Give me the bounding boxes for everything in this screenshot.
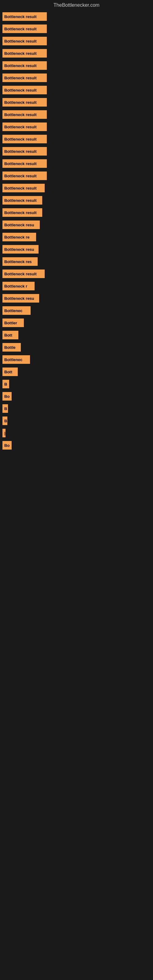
bar-row: B <box>2 417 151 425</box>
bar-row: Bottleneck result <box>2 159 151 168</box>
bar-label: Bottle <box>4 345 16 350</box>
bottleneck-bar[interactable]: Bottleneck result <box>2 159 47 168</box>
bottleneck-bar[interactable]: | <box>2 429 5 438</box>
bottleneck-bar[interactable]: Bott <box>2 368 18 376</box>
bar-label: Bottleneck result <box>4 51 37 56</box>
bar-label: Bottler <box>4 321 17 325</box>
bar-label: Bott <box>4 333 12 337</box>
bottleneck-bar[interactable]: Bottleneck result <box>2 98 47 107</box>
bar-row: Bottleneck re <box>2 233 151 241</box>
bar-row: Bott <box>2 331 151 339</box>
bar-row: Bottleneck res <box>2 257 151 266</box>
bar-row: B <box>2 404 151 413</box>
bottleneck-bar[interactable]: Bottlenec <box>2 306 30 315</box>
bar-label: Bottleneck re <box>4 235 29 240</box>
bars-container: Bottleneck resultBottleneck resultBottle… <box>0 9 153 456</box>
bar-label: Bottleneck result <box>4 272 37 276</box>
bar-row: Bottleneck result <box>2 184 151 192</box>
bar-row: | <box>2 429 151 438</box>
bar-label: Bottleneck r <box>4 284 27 288</box>
bottleneck-bar[interactable]: Bottleneck result <box>2 184 45 192</box>
bottleneck-bar[interactable]: Bottleneck r <box>2 282 35 290</box>
bottleneck-bar[interactable]: Bottleneck result <box>2 135 47 143</box>
bar-label: Bottleneck resu <box>4 296 34 301</box>
bottleneck-bar[interactable]: Bottleneck result <box>2 49 47 57</box>
bottleneck-bar[interactable]: Bottleneck re <box>2 233 36 241</box>
bar-label: | <box>4 431 5 436</box>
bar-row: Bottleneck resu <box>2 221 151 229</box>
bar-label: Bottleneck result <box>4 27 37 31</box>
bar-row: Bottleneck resu <box>2 294 151 302</box>
bar-label: Bottleneck result <box>4 88 37 92</box>
bottleneck-bar[interactable]: Bottleneck result <box>2 269 45 278</box>
bar-label: Bott <box>4 370 12 374</box>
bar-label: Bottlenec <box>4 357 22 362</box>
bar-label: Bottleneck result <box>4 198 37 203</box>
bar-row: Bottle <box>2 343 151 352</box>
bar-label: B <box>4 406 7 411</box>
bar-label: Bottleneck result <box>4 100 37 105</box>
bar-row: Bottlenec <box>2 306 151 315</box>
bottleneck-bar[interactable]: Bottler <box>2 318 24 327</box>
bar-row: Bottleneck result <box>2 98 151 107</box>
bar-row: Bottleneck result <box>2 12 151 21</box>
bar-label: Bottleneck result <box>4 112 37 117</box>
bottleneck-bar[interactable]: Bottleneck result <box>2 12 47 21</box>
bottleneck-bar[interactable]: Bottleneck result <box>2 147 47 156</box>
bottleneck-bar[interactable]: B <box>2 380 9 388</box>
bottleneck-bar[interactable]: Bottleneck result <box>2 86 47 94</box>
bar-row: Bottleneck result <box>2 37 151 45</box>
bar-row: Bottleneck result <box>2 208 151 217</box>
bar-row: Bott <box>2 368 151 376</box>
bar-row: B <box>2 380 151 388</box>
bottleneck-bar[interactable]: Bottleneck resu <box>2 245 38 254</box>
bar-row: Bottler <box>2 318 151 327</box>
bar-row: Bottleneck resu <box>2 245 151 254</box>
bar-label: Bottleneck result <box>4 161 37 166</box>
bar-label: Bottleneck result <box>4 186 37 191</box>
bar-row: Bottleneck result <box>2 86 151 94</box>
bar-label: Bottleneck result <box>4 137 37 142</box>
bottleneck-bar[interactable]: B <box>2 417 7 425</box>
bar-row: Bo <box>2 392 151 401</box>
bottleneck-bar[interactable]: Bottleneck result <box>2 123 47 131</box>
bar-row: Bottleneck result <box>2 123 151 131</box>
bottleneck-bar[interactable]: Bottleneck resu <box>2 221 40 229</box>
bar-row: Bottleneck result <box>2 172 151 180</box>
bar-label: Bo <box>4 394 10 399</box>
bottleneck-bar[interactable]: B <box>2 404 8 413</box>
bar-row: Bottleneck result <box>2 269 151 278</box>
bottleneck-bar[interactable]: Bottleneck result <box>2 73 47 82</box>
bar-row: Bottleneck result <box>2 196 151 205</box>
bottleneck-bar[interactable]: Bottleneck res <box>2 257 38 266</box>
bar-row: Bottleneck result <box>2 73 151 82</box>
bottleneck-bar[interactable]: Bottle <box>2 343 21 352</box>
bottleneck-bar[interactable]: Bottleneck resu <box>2 294 39 302</box>
bottleneck-bar[interactable]: Bottleneck result <box>2 172 47 180</box>
bar-row: Bottleneck result <box>2 49 151 57</box>
bar-label: Bottleneck resu <box>4 223 34 227</box>
bar-row: Bottleneck result <box>2 135 151 143</box>
bar-label: Bottleneck result <box>4 149 37 154</box>
bottleneck-bar[interactable]: Bott <box>2 331 18 339</box>
bottleneck-bar[interactable]: Bottleneck result <box>2 61 47 70</box>
bottleneck-bar[interactable]: Bottlenec <box>2 355 30 364</box>
bar-label: Bottleneck resu <box>4 247 34 252</box>
bar-row: Bottleneck result <box>2 61 151 70</box>
bar-label: Bottleneck result <box>4 125 37 129</box>
bar-row: Bo <box>2 441 151 450</box>
bar-label: B <box>4 418 7 423</box>
bar-label: Bo <box>4 443 10 448</box>
bottleneck-bar[interactable]: Bottleneck result <box>2 208 42 217</box>
bottleneck-bar[interactable]: Bo <box>2 392 12 401</box>
bottleneck-bar[interactable]: Bo <box>2 441 12 450</box>
bottleneck-bar[interactable]: Bottleneck result <box>2 37 47 45</box>
bottleneck-bar[interactable]: Bottleneck result <box>2 196 42 205</box>
bar-label: Bottleneck res <box>4 259 32 264</box>
bar-row: Bottleneck r <box>2 282 151 290</box>
bottleneck-bar[interactable]: Bottleneck result <box>2 110 47 119</box>
bar-label: Bottleneck result <box>4 39 37 43</box>
bar-label: Bottleneck result <box>4 64 37 68</box>
site-title: TheBottlenecker.com <box>0 0 153 9</box>
bottleneck-bar[interactable]: Bottleneck result <box>2 24 47 33</box>
